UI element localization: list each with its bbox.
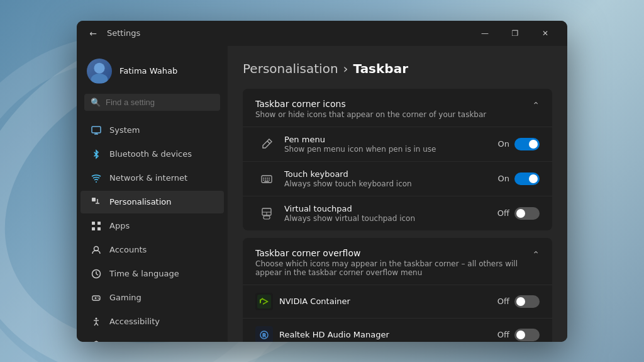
touch-keyboard-toggle[interactable]: [514, 173, 540, 185]
sidebar-item-label-apps: Apps: [109, 221, 130, 230]
svg-line-16: [96, 274, 98, 275]
bluetooth-icon: [91, 149, 102, 160]
content-area: Fatima Wahab 🔍 System: [77, 46, 567, 342]
svg-rect-11: [92, 227, 95, 230]
svg-point-0: [94, 62, 104, 73]
pen-menu-state: On: [498, 139, 509, 149]
search-input[interactable]: [106, 98, 214, 107]
sidebar-item-apps[interactable]: Apps: [80, 215, 224, 237]
sidebar-item-system[interactable]: System: [80, 119, 224, 142]
svg-rect-42: [257, 295, 271, 308]
svg-rect-2: [92, 127, 101, 133]
nvidia-toggle[interactable]: [514, 295, 540, 308]
nvidia-icon: [255, 293, 273, 310]
svg-rect-41: [264, 216, 270, 219]
sidebar-item-accounts[interactable]: Accounts: [80, 239, 224, 261]
close-button[interactable]: ✕: [531, 23, 560, 43]
pen-menu-toggle[interactable]: [514, 138, 540, 150]
svg-rect-6: [92, 198, 96, 201]
pen-menu-row: Pen menu Show pen menu icon when pen is …: [243, 127, 552, 161]
virtual-touchpad-toggle[interactable]: [514, 207, 540, 220]
personalisation-icon: [91, 196, 102, 208]
realtek-control: Off: [497, 329, 540, 341]
nvidia-row: NVIDIA Container Off: [243, 285, 552, 318]
corner-icons-header[interactable]: Taskbar corner icons Show or hide icons …: [243, 89, 552, 127]
svg-line-26: [96, 323, 98, 325]
virtual-touchpad-label: Virtual touchpad: [284, 204, 489, 213]
breadcrumb: Personalisation › Taskbar: [243, 61, 552, 76]
breadcrumb-parent: Personalisation: [243, 61, 338, 76]
corner-overflow-title: Taskbar corner overflow: [255, 248, 532, 258]
sidebar-item-label-bluetooth: Bluetooth & devices: [109, 149, 192, 159]
svg-text:R: R: [262, 333, 266, 339]
corner-icons-title: Taskbar corner icons: [255, 99, 486, 109]
sidebar-item-network[interactable]: Network & internet: [80, 167, 224, 189]
svg-line-27: [267, 141, 270, 144]
touch-keyboard-toggle-thumb: [529, 174, 538, 183]
time-icon: [91, 268, 102, 280]
chevron-up-icon: ⌃: [532, 100, 540, 110]
nvidia-toggle-thumb: [516, 297, 525, 306]
search-box[interactable]: 🔍: [84, 94, 220, 111]
svg-rect-9: [92, 222, 95, 225]
pen-icon: [258, 135, 275, 153]
sidebar-item-gaming[interactable]: Gaming: [80, 286, 224, 309]
touch-keyboard-desc: Always show touch keyboard icon: [284, 179, 489, 188]
virtual-touchpad-row: Virtual touchpad Always show virtual tou…: [243, 196, 552, 230]
accessibility-icon: [91, 316, 102, 327]
search-icon: 🔍: [91, 98, 101, 107]
svg-line-25: [94, 323, 96, 325]
avatar: [87, 59, 112, 84]
network-icon: [91, 173, 102, 184]
corner-overflow-header[interactable]: Taskbar corner overflow Choose which ico…: [243, 238, 552, 285]
sidebar-item-label-gaming: Gaming: [109, 293, 142, 302]
svg-point-1: [91, 73, 108, 82]
sidebar-item-bluetooth[interactable]: Bluetooth & devices: [80, 143, 224, 166]
realtek-toggle-thumb: [516, 331, 525, 339]
realtek-state: Off: [497, 330, 509, 339]
restore-button[interactable]: ❐: [501, 23, 530, 43]
svg-rect-12: [97, 227, 101, 230]
realtek-toggle[interactable]: [514, 329, 540, 341]
svg-rect-10: [97, 222, 101, 225]
gaming-icon: [91, 292, 102, 303]
apps-icon: [91, 220, 102, 232]
system-icon: [91, 125, 102, 136]
realtek-text: Realtek HD Audio Manager: [279, 330, 491, 339]
sidebar: Fatima Wahab 🔍 System: [77, 46, 228, 342]
realtek-label: Realtek HD Audio Manager: [279, 330, 491, 339]
breadcrumb-separator: ›: [343, 61, 348, 76]
nvidia-text: NVIDIA Container: [279, 297, 491, 306]
corner-icons-section: Taskbar corner icons Show or hide icons …: [243, 89, 552, 230]
sidebar-item-time[interactable]: Time & language: [80, 263, 224, 285]
virtual-touchpad-desc: Always show virtual touchpad icon: [284, 214, 489, 223]
corner-overflow-subtitle: Choose which icons may appear in the tas…: [255, 259, 532, 277]
touch-keyboard-control: On: [498, 173, 540, 185]
touchpad-icon: [258, 205, 275, 222]
user-section: Fatima Wahab: [77, 51, 228, 94]
minimize-button[interactable]: —: [470, 23, 499, 43]
titlebar: ← Settings — ❐ ✕: [77, 21, 567, 46]
window-controls: — ❐ ✕: [470, 23, 560, 43]
svg-point-5: [96, 181, 97, 183]
back-button[interactable]: ←: [84, 25, 102, 42]
svg-point-22: [96, 317, 97, 319]
sidebar-item-label-system: System: [109, 125, 140, 135]
sidebar-item-label-privacy: Privacy & security: [109, 341, 183, 342]
sidebar-item-label-personalisation: Personalisation: [109, 197, 172, 206]
virtual-touchpad-state: Off: [497, 208, 509, 218]
pen-menu-desc: Show pen menu icon when pen is in use: [284, 145, 489, 154]
sidebar-item-privacy[interactable]: Privacy & security: [80, 334, 224, 342]
keyboard-icon: [258, 170, 275, 188]
sidebar-item-personalisation[interactable]: Personalisation: [80, 191, 224, 213]
virtual-touchpad-control: Off: [497, 207, 540, 220]
settings-window: ← Settings — ❐ ✕ Fatima Wahab 🔍: [77, 21, 567, 342]
svg-point-20: [97, 297, 99, 298]
sidebar-item-label-network: Network & internet: [109, 173, 187, 183]
sidebar-item-accessibility[interactable]: Accessibility: [80, 310, 224, 333]
accounts-icon: [91, 244, 102, 256]
sidebar-item-label-accounts: Accounts: [109, 245, 147, 254]
privacy-icon: [91, 340, 102, 342]
nvidia-label: NVIDIA Container: [279, 297, 491, 306]
touch-keyboard-row: Touch keyboard Always show touch keyboar…: [243, 161, 552, 196]
